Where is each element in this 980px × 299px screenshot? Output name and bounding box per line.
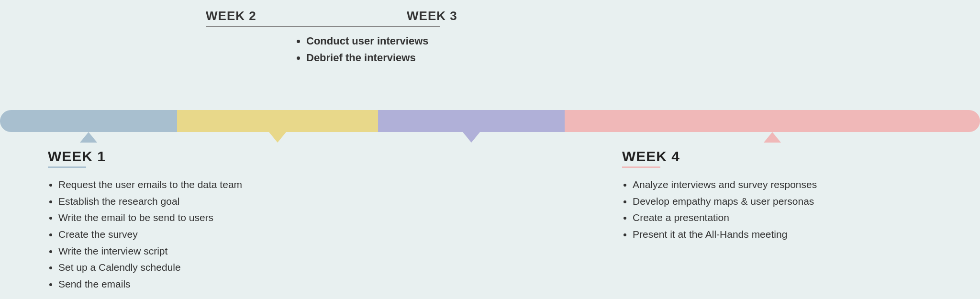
list-item: Present it at the All-Hands meeting <box>633 226 817 243</box>
arrow-week4 <box>764 132 781 143</box>
list-item: Write the interview script <box>58 243 242 260</box>
list-item: Send the emails <box>58 276 242 293</box>
week3-label: WEEK 3 <box>407 9 457 23</box>
week4-content: WEEK 4 Analyze interviews and survey res… <box>622 148 817 243</box>
segment-purple <box>378 110 565 132</box>
list-item: Analyze interviews and survey responses <box>633 177 817 193</box>
week4-underline <box>622 166 660 168</box>
list-item: Create the survey <box>58 226 242 243</box>
week1-content: WEEK 1 Request the user emails to the da… <box>48 148 242 292</box>
list-item: Create a presentation <box>633 210 817 226</box>
list-item: Develop empathy maps & user personas <box>633 193 817 210</box>
list-item: Conduct user interviews <box>306 33 429 49</box>
week1-list: Request the user emails to the data team… <box>48 177 242 292</box>
week1-title: WEEK 1 <box>48 148 242 165</box>
week4-title: WEEK 4 <box>622 148 817 165</box>
week23-content: Conduct user interviewsDebrief the inter… <box>297 33 429 66</box>
segment-pink <box>565 110 980 132</box>
list-item: Establish the research goal <box>58 193 242 210</box>
week2-label: WEEK 2 <box>206 9 256 23</box>
list-item: Request the user emails to the data team <box>58 177 242 193</box>
week4-list: Analyze interviews and survey responsesD… <box>622 177 817 243</box>
arrow-week3-down <box>463 132 480 143</box>
week1-underline <box>48 166 86 168</box>
week23-list: Conduct user interviewsDebrief the inter… <box>297 33 429 66</box>
list-item: Write the email to be send to users <box>58 210 242 226</box>
list-item: Debrief the interviews <box>306 49 429 66</box>
list-item: Set up a Calendly schedule <box>58 259 242 276</box>
arrow-week2-down <box>269 132 286 143</box>
segment-yellow <box>177 110 378 132</box>
main-container: WEEK 2 WEEK 3 Conduct user interviewsDeb… <box>0 0 980 299</box>
segment-blue <box>0 110 177 132</box>
week23-line <box>206 26 440 27</box>
arrow-week1 <box>80 132 97 143</box>
timeline-bar <box>0 110 980 132</box>
